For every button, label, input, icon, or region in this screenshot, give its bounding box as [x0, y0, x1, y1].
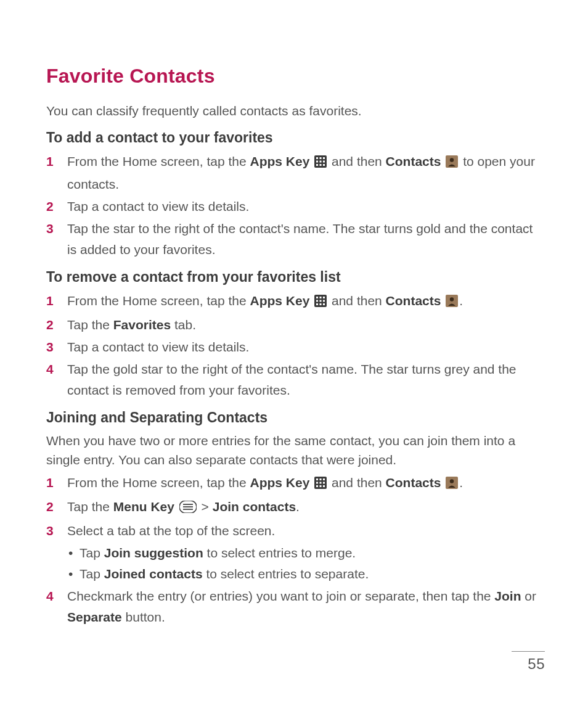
steps-join: 1 From the Home screen, tap the Apps Key…	[46, 472, 545, 628]
intro-paragraph: You can classify frequently called conta…	[46, 101, 545, 121]
heading-remove-favorites: To remove a contact from your favorites …	[46, 269, 545, 285]
step-number: 3	[46, 520, 54, 541]
step-number: 2	[46, 496, 54, 517]
bullet-join-suggestion: Tap Join suggestion to select entries to…	[67, 543, 545, 564]
separate-button-label: Separate	[67, 610, 122, 624]
text: Tap	[80, 546, 104, 560]
step-number: 1	[46, 472, 54, 493]
heading-add-favorites: To add a contact to your favorites	[46, 129, 545, 146]
page-title: Favorite Contacts	[46, 65, 545, 88]
document-page: Favorite Contacts You can classify frequ…	[0, 0, 588, 706]
apps-key-label: Apps Key	[250, 475, 309, 490]
text: Tap the star to the right of the contact…	[67, 221, 533, 257]
apps-key-icon	[314, 474, 327, 495]
step-join-1: 1 From the Home screen, tap the Apps Key…	[46, 472, 545, 495]
text: tab.	[171, 318, 196, 332]
text: From the Home screen, tap the	[67, 475, 250, 490]
text: to select entries to merge.	[203, 546, 356, 560]
join-contacts-label: Join contacts	[213, 499, 296, 514]
bullet-joined-contacts: Tap Joined contacts to select entries to…	[67, 564, 545, 585]
step-remove-3: 3 Tap a contact to view its details.	[46, 337, 545, 358]
step-number: 3	[46, 337, 54, 358]
step-number: 3	[46, 218, 54, 239]
text: Tap the gold star to the right of the co…	[67, 362, 517, 397]
apps-key-label: Apps Key	[250, 293, 309, 308]
page-number-block: 55	[512, 651, 545, 673]
steps-add: 1 From the Home screen, tap the Apps Key…	[46, 151, 545, 260]
contacts-label: Contacts	[386, 475, 441, 490]
step-number: 2	[46, 314, 54, 335]
contacts-label: Contacts	[386, 293, 441, 308]
text: Tap	[80, 567, 104, 581]
menu-key-label: Menu Key	[113, 499, 174, 514]
heading-joining-separating: Joining and Separating Contacts	[46, 409, 545, 426]
step-remove-1: 1 From the Home screen, tap the Apps Key…	[46, 290, 545, 313]
step-add-2: 2 Tap a contact to view its details.	[46, 196, 545, 217]
text: From the Home screen, tap the	[67, 154, 250, 168]
step-join-3: 3 Select a tab at the top of the screen.…	[46, 520, 545, 585]
text: and then	[328, 293, 385, 308]
step-number: 1	[46, 290, 54, 311]
steps-remove: 1 From the Home screen, tap the Apps Key…	[46, 290, 545, 401]
menu-key-icon	[179, 498, 197, 519]
contacts-label: Contacts	[386, 154, 441, 168]
text: Tap a contact to view its details.	[67, 199, 249, 213]
text: or	[521, 589, 537, 603]
joined-contacts-label: Joined contacts	[104, 567, 203, 581]
text: .	[459, 475, 463, 490]
join-button-label: Join	[494, 589, 521, 603]
text: Tap the	[67, 499, 113, 514]
text: Tap the	[67, 318, 113, 332]
text: .	[296, 499, 300, 514]
apps-key-icon	[314, 292, 327, 313]
step-remove-4: 4 Tap the gold star to the right of the …	[46, 359, 545, 401]
text: to select entries to separate.	[203, 567, 369, 581]
contacts-icon	[446, 153, 458, 174]
text: Checkmark the entry (or entries) you wan…	[67, 589, 494, 603]
step-number: 2	[46, 196, 54, 217]
contacts-icon	[446, 474, 458, 495]
text: Select a tab at the top of the screen.	[67, 523, 275, 538]
text: and then	[328, 154, 385, 168]
text: >	[198, 499, 213, 514]
contacts-icon	[446, 292, 458, 313]
favorites-label: Favorites	[113, 318, 171, 332]
joining-intro: When you have two or more entries for th…	[46, 431, 545, 470]
apps-key-icon	[314, 153, 327, 174]
text: .	[459, 293, 463, 308]
sub-bullets: Tap Join suggestion to select entries to…	[67, 543, 545, 585]
step-join-2: 2 Tap the Menu Key > Join contacts.	[46, 496, 545, 519]
page-number: 55	[512, 652, 545, 673]
text: button.	[122, 610, 165, 624]
step-number: 4	[46, 359, 54, 380]
step-remove-2: 2 Tap the Favorites tab.	[46, 314, 545, 335]
text: Tap a contact to view its details.	[67, 340, 249, 354]
step-number: 4	[46, 586, 54, 607]
step-join-4: 4 Checkmark the entry (or entries) you w…	[46, 586, 545, 628]
step-number: 1	[46, 151, 54, 172]
step-add-3: 3 Tap the star to the right of the conta…	[46, 218, 545, 260]
text: and then	[328, 475, 385, 490]
join-suggestion-label: Join suggestion	[104, 546, 203, 560]
step-add-1: 1 From the Home screen, tap the Apps Key…	[46, 151, 545, 195]
text: From the Home screen, tap the	[67, 293, 250, 308]
apps-key-label: Apps Key	[250, 154, 309, 168]
